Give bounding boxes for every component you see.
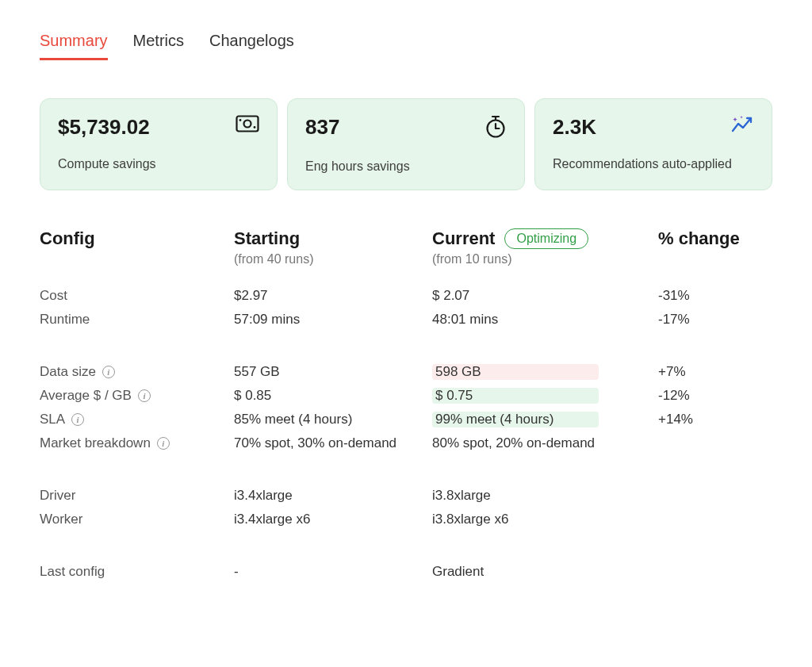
sla-label-text: SLA	[40, 412, 65, 427]
pct-change-header: % change	[658, 228, 785, 249]
config-header: Config	[40, 228, 234, 249]
eng-hours-value: 837	[305, 115, 339, 140]
eng-hours-label: Eng hours savings	[305, 159, 507, 174]
sla-current-cell: 99% meet (4 hours)	[432, 408, 658, 431]
info-icon[interactable]: i	[157, 437, 170, 450]
info-icon[interactable]: i	[71, 413, 84, 426]
info-icon[interactable]: i	[102, 366, 115, 378]
cost-current: $ 2.07	[432, 284, 658, 308]
stats-row: $5,739.02 Compute savings 837	[40, 98, 772, 190]
avgpergb-change: -12%	[658, 384, 785, 408]
driver-current: i3.8xlarge	[432, 484, 658, 508]
avgpergb-current-cell: $ 0.75	[432, 384, 658, 408]
datasize-label-text: Data size	[40, 364, 96, 380]
stat-card-compute-savings: $5,739.02 Compute savings	[40, 98, 278, 190]
current-sub: (from 10 runs)	[432, 252, 658, 266]
sla-starting: 85% meet (4 hours)	[234, 408, 432, 431]
cost-change: -31%	[658, 284, 785, 308]
recommendations-value: 2.3K	[553, 115, 596, 140]
svg-point-3	[254, 126, 256, 128]
svg-point-2	[239, 119, 242, 121]
optimizing-badge: Optimizing	[504, 228, 588, 249]
starting-header: Starting	[234, 228, 432, 249]
datasize-label: Data size i	[40, 360, 234, 384]
market-label-text: Market breakdown	[40, 435, 151, 451]
sla-current: 99% meet (4 hours)	[432, 412, 599, 427]
market-current: 80% spot, 20% on-demand	[432, 431, 658, 455]
avgpergb-current: $ 0.75	[432, 388, 599, 404]
runtime-change: -17%	[658, 308, 785, 332]
current-header-text: Current	[432, 228, 495, 249]
config-grid: Config Starting (from 40 runs) Current O…	[40, 228, 772, 584]
worker-label: Worker	[40, 508, 234, 531]
cost-starting: $2.97	[234, 284, 432, 308]
compute-savings-label: Compute savings	[58, 157, 259, 171]
driver-label: Driver	[40, 484, 234, 508]
sla-change: +14%	[658, 408, 785, 431]
runtime-current: 48:01 mins	[432, 308, 658, 332]
worker-current: i3.8xlarge x6	[432, 508, 658, 531]
tab-summary[interactable]: Summary	[40, 32, 108, 60]
info-icon[interactable]: i	[138, 389, 151, 402]
tabs-bar: Summary Metrics Changelogs	[40, 32, 772, 60]
current-header: Current Optimizing	[432, 228, 658, 249]
tab-changelogs[interactable]: Changelogs	[209, 32, 294, 60]
lastconfig-label: Last config	[40, 560, 234, 584]
datasize-current: 598 GB	[432, 364, 599, 380]
starting-sub: (from 40 runs)	[234, 252, 432, 266]
lastconfig-starting: -	[234, 560, 432, 584]
svg-rect-0	[237, 117, 259, 132]
market-change	[658, 431, 785, 455]
compute-savings-value: $5,739.02	[58, 115, 150, 140]
cost-label: Cost	[40, 284, 234, 308]
datasize-change: +7%	[658, 360, 785, 384]
datasize-current-cell: 598 GB	[432, 360, 658, 384]
lastconfig-current: Gradient	[432, 560, 658, 584]
tab-metrics[interactable]: Metrics	[133, 32, 184, 60]
avgpergb-starting: $ 0.85	[234, 384, 432, 408]
money-icon	[236, 115, 259, 136]
market-label: Market breakdown i	[40, 431, 234, 455]
svg-point-1	[244, 121, 251, 128]
sla-label: SLA i	[40, 408, 234, 431]
stopwatch-icon	[485, 115, 507, 142]
market-starting: 70% spot, 30% on-demand	[234, 431, 432, 455]
runtime-label: Runtime	[40, 308, 234, 332]
avgpergb-label: Average $ / GB i	[40, 384, 234, 408]
datasize-starting: 557 GB	[234, 360, 432, 384]
stat-card-recommendations: 2.3K Recommendations auto-applied	[534, 98, 772, 190]
runtime-starting: 57:09 mins	[234, 308, 432, 332]
stat-card-eng-hours: 837 Eng hours savings	[287, 98, 525, 190]
recommendations-label: Recommendations auto-applied	[553, 157, 754, 171]
avgpergb-label-text: Average $ / GB	[40, 388, 132, 404]
driver-change	[658, 484, 785, 508]
lastconfig-change	[658, 560, 785, 584]
worker-change	[658, 508, 785, 531]
worker-starting: i3.4xlarge x6	[234, 508, 432, 531]
sparkle-trend-icon	[730, 115, 754, 137]
driver-starting: i3.4xlarge	[234, 484, 432, 508]
